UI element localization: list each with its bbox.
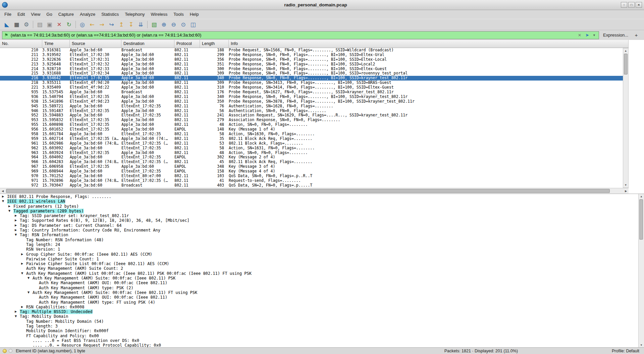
packet-row-938[interactable]: 93815.541896EltexEnt_4f:9d:23Apple_3a:bd… bbox=[0, 99, 623, 104]
column-header-time[interactable]: Time bbox=[42, 40, 70, 48]
start-capture-icon[interactable]: ◣ bbox=[2, 20, 11, 29]
packet-row-963[interactable]: 96315.603924EltexEnt_17:02:35Apple_3a:bd… bbox=[0, 151, 623, 155]
packet-row-946[interactable]: 94615.591487EltexEnt_17:02:35Apple_3a:bd… bbox=[0, 109, 623, 113]
packet-row-218[interactable]: 2183.935311EltexEnt_4f:9d:20Apple_3a:bd:… bbox=[0, 81, 623, 85]
detail-line[interactable]: FT Capability and Policy: 0x00 bbox=[0, 334, 638, 338]
display-filter-input[interactable]: ⚑ (wlan.ta == 74:81:14:3a:bd:60) or (wla… bbox=[2, 31, 599, 39]
detail-line[interactable]: ▼Tag: RSN Information bbox=[0, 233, 638, 237]
detail-line[interactable]: Pairwise Cipher Suite Count: 1 bbox=[0, 257, 638, 261]
detail-line[interactable]: Auth Key Management (AKM) OUI: 00:0f:ac … bbox=[0, 281, 638, 285]
detail-line[interactable]: ▼Auth Key Management (AKM) Suite: 00:0f:… bbox=[0, 276, 638, 281]
expand-arrow-icon[interactable]: ▶ bbox=[8, 204, 13, 209]
save-file-icon[interactable]: ▣ bbox=[45, 20, 54, 29]
resize-columns-icon[interactable]: ◫ bbox=[189, 20, 198, 29]
packet-row-969[interactable]: 96915.608944Apple_3a:bd:60EltexEnt_17:02… bbox=[0, 169, 623, 174]
collapse-arrow-icon[interactable]: ▼ bbox=[2, 199, 7, 204]
maximize-button[interactable]: □ bbox=[628, 2, 635, 8]
first-packet-icon[interactable]: ↥ bbox=[117, 20, 126, 29]
detail-line[interactable]: ▶Tag: Multiple BSSID: Undecoded bbox=[0, 309, 638, 314]
expand-arrow-icon[interactable]: ▶ bbox=[15, 218, 20, 223]
menu-item-telephony[interactable]: Telephony bbox=[122, 10, 148, 19]
go-forward-icon[interactable]: → bbox=[97, 20, 106, 29]
menu-item-go[interactable]: Go bbox=[43, 10, 55, 19]
expert-info-icon[interactable] bbox=[3, 349, 7, 353]
column-header-source[interactable]: Source bbox=[70, 40, 121, 48]
detail-line[interactable]: Auth Key Management (AKM) OUI: 00:0f:ac … bbox=[0, 295, 638, 300]
collapse-arrow-icon[interactable]: ▼ bbox=[28, 276, 33, 281]
menu-item-edit[interactable]: Edit bbox=[14, 10, 28, 19]
go-back-icon[interactable]: ← bbox=[88, 20, 97, 29]
detail-line[interactable]: RSN Version: 1 bbox=[0, 247, 638, 252]
detail-line[interactable]: Tag length: 3 bbox=[0, 324, 638, 328]
detail-line[interactable]: ▼Tagged parameters (289 bytes) bbox=[0, 209, 638, 213]
packet-row-959[interactable]: 95915.602714EltexEnt_17:02:35 (a…Apple_3… bbox=[0, 137, 623, 141]
profile-button[interactable]: Profile: Default bbox=[612, 349, 639, 353]
menu-item-view[interactable]: View bbox=[28, 10, 43, 19]
colorize-icon[interactable]: ▧ bbox=[150, 20, 159, 29]
menu-item-statistics[interactable]: Statistics bbox=[98, 10, 122, 19]
packet-row-970[interactable]: 97015.701252Apple_3a:bd:60EltexEnt_80:e7… bbox=[0, 174, 623, 179]
column-header-protocol[interactable]: Protocol bbox=[174, 40, 200, 48]
detail-line[interactable]: Auth Key Management (AKM) type: PSK (2) bbox=[0, 286, 638, 290]
packet-row-213[interactable]: 2133.925648EltexEnt_17:02:32Apple_3a:bd:… bbox=[0, 62, 623, 67]
expand-arrow-icon[interactable]: ▶ bbox=[15, 309, 20, 314]
capture-options-icon[interactable]: ⚙ bbox=[22, 20, 31, 29]
detail-line[interactable]: Mobility Domain Identifier: 0x000f bbox=[0, 328, 638, 333]
scroll-down-icon[interactable]: ▼ bbox=[639, 343, 644, 347]
detail-line[interactable]: ▶Tag: SSID parameter set: krayner_test_8… bbox=[0, 213, 638, 218]
packet-row-966[interactable]: 96615.604283Apple_3a:bd:60 (74:8…EltexEn… bbox=[0, 160, 623, 164]
filter-dropdown-icon[interactable]: ▼ bbox=[593, 34, 596, 37]
collapse-arrow-icon[interactable]: ▼ bbox=[21, 271, 26, 276]
stop-capture-icon[interactable]: ■ bbox=[12, 20, 21, 29]
menu-item-file[interactable]: File bbox=[1, 10, 14, 19]
expand-arrow-icon[interactable]: ▶ bbox=[21, 252, 26, 257]
clear-filter-icon[interactable]: ✕ bbox=[578, 33, 581, 38]
detail-line[interactable]: ▶RSN Capabilities: 0x0008 bbox=[0, 305, 638, 309]
detail-line[interactable]: .... ..0. = Resource Request Protocol Ca… bbox=[0, 343, 638, 347]
scroll-up-icon[interactable]: ▲ bbox=[623, 49, 628, 53]
expression-button[interactable]: Expression... bbox=[603, 33, 628, 38]
zoom-in-icon[interactable]: ⊕ bbox=[159, 20, 168, 29]
scroll-right-icon[interactable]: ▶ bbox=[623, 190, 629, 193]
packet-row-961[interactable]: 96115.602986Apple_3a:bd:60 (74:8…EltexEn… bbox=[0, 141, 623, 146]
packet-list-horizontal-scrollbar[interactable]: ◀ ▶ bbox=[0, 188, 629, 194]
packet-row-945[interactable]: 94515.589721Apple_3a:bd:60EltexEnt_17:02… bbox=[0, 104, 623, 109]
detail-line[interactable]: ▶Pairwise Cipher Suite List 00:0f:ac (Ie… bbox=[0, 261, 638, 266]
scroll-left-icon[interactable]: ◀ bbox=[0, 190, 5, 193]
menu-item-capture[interactable]: Capture bbox=[55, 10, 77, 19]
detail-line[interactable]: ▶Tag: Country Information: Country Code … bbox=[0, 228, 638, 233]
detail-line[interactable]: Auth Key Management (AKM) type: FT using… bbox=[0, 300, 638, 305]
detail-line[interactable]: Tag Number: Mobility Domain (54) bbox=[0, 319, 638, 324]
detail-line[interactable]: ▶Fixed parameters (12 bytes) bbox=[0, 204, 638, 209]
packet-row-935[interactable]: 93515.537545Apple_3a:bd:60Broadcast802.1… bbox=[0, 90, 623, 95]
column-header-info[interactable]: Info bbox=[229, 40, 629, 48]
detail-line[interactable]: ▼Tag: Mobility Domain bbox=[0, 314, 638, 319]
go-to-packet-icon[interactable]: ↪ bbox=[107, 20, 116, 29]
column-header-no[interactable]: No. bbox=[0, 40, 42, 48]
packet-row-214[interactable]: 2143.928710EltexEnt_17:02:33Apple_3a:bd:… bbox=[0, 67, 623, 71]
packet-list-scroll-thumb[interactable] bbox=[624, 54, 628, 74]
packet-row-956[interactable]: 95615.601652EltexEnt_17:02:35Apple_3a:bd… bbox=[0, 127, 623, 132]
column-header-length[interactable]: Length bbox=[200, 40, 229, 48]
packet-row-962[interactable]: 96215.603092Apple_3a:bd:60EltexEnt_17:02… bbox=[0, 146, 623, 151]
collapse-arrow-icon[interactable]: ▼ bbox=[8, 209, 13, 213]
packet-row-216[interactable]: 2163.934642EltexEnt_17:02:35Apple_3a:bd:… bbox=[0, 76, 623, 81]
detail-line[interactable]: Tag length: 24 bbox=[0, 242, 638, 247]
detail-line[interactable]: ▶Tag: DS Parameter set: Current Channel:… bbox=[0, 223, 638, 228]
detail-line[interactable]: ▼IEEE 802.11 wireless LAN bbox=[0, 199, 638, 204]
detail-line[interactable]: .... ...0 = Fast BSS Transition over DS:… bbox=[0, 338, 638, 343]
detail-line[interactable]: Tag Number: RSN Information (48) bbox=[0, 238, 638, 242]
detail-line[interactable]: ▼Auth Key Management (AKM) Suite: 00:0f:… bbox=[0, 290, 638, 295]
menu-item-analyze[interactable]: Analyze bbox=[77, 10, 98, 19]
packet-row-215[interactable]: 2153.931688EltexEnt_17:02:34Apple_3a:bd:… bbox=[0, 71, 623, 76]
packet-row-955[interactable]: 95515.600898EltexEnt_17:02:35Apple_3a:bd… bbox=[0, 122, 623, 127]
packet-row-212[interactable]: 2123.922636EltexEnt_17:02:31Apple_3a:bd:… bbox=[0, 57, 623, 62]
details-scroll-thumb[interactable] bbox=[639, 199, 643, 240]
add-filter-button[interactable]: + bbox=[633, 32, 640, 38]
packet-row-971[interactable]: 97115.702896Apple_3a:bd:60 (74:8…EltexEn… bbox=[0, 179, 623, 183]
expand-arrow-icon[interactable]: ▶ bbox=[15, 213, 20, 218]
expand-arrow-icon[interactable]: ▶ bbox=[2, 194, 7, 199]
horizontal-scroll-thumb[interactable] bbox=[6, 189, 610, 193]
menu-item-wireless[interactable]: Wireless bbox=[148, 10, 170, 19]
detail-line[interactable]: ▶Group Cipher Suite: 00:0f:ac (Ieee 802.… bbox=[0, 252, 638, 257]
